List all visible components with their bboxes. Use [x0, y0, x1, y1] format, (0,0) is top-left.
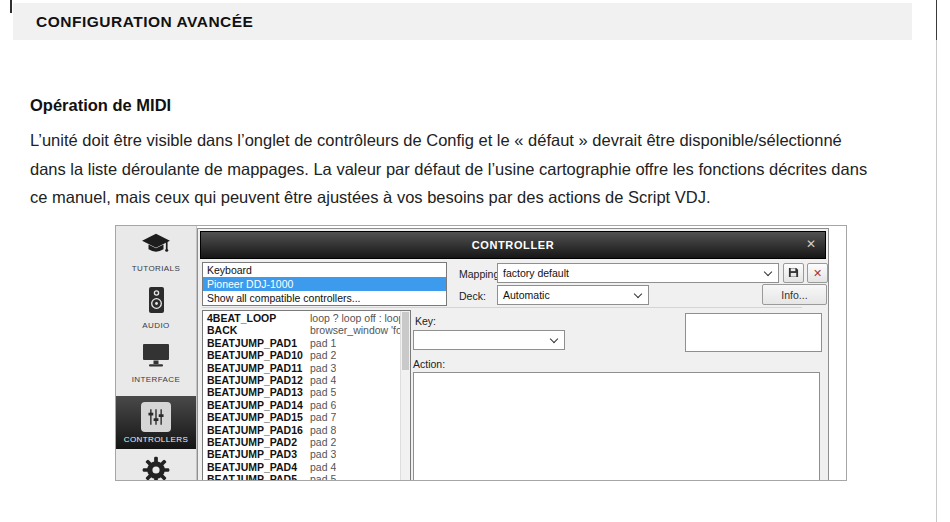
dialog-titlebar: CONTROLLER ✕: [200, 231, 826, 259]
sidebar-item-tutorials[interactable]: TUTORIALS: [116, 226, 196, 273]
mapping-label: Mapping:: [459, 268, 502, 280]
key-dropdown[interactable]: [413, 330, 565, 350]
page-title: CONFIGURATION AVANCÉE: [36, 13, 253, 31]
key-name: BEATJUMP_PAD3: [203, 448, 310, 460]
subsection-title: Opération de MIDI: [30, 96, 930, 115]
mapping-value: factory default: [498, 267, 765, 279]
sidebar-item-label: TUTORIALS: [132, 264, 180, 273]
paragraph-line: ce manuel, mais ceux qui peuvent être aj…: [30, 183, 930, 212]
delete-mapping-button[interactable]: ✕: [807, 263, 828, 283]
key-name: BEATJUMP_PAD1: [203, 337, 310, 349]
sidebar-item-label: CONTROLLERS: [124, 435, 188, 444]
page-right-border: [936, 0, 937, 522]
paragraph-line: dans la liste déroulante de mappages. La…: [30, 155, 930, 184]
section-header: CONFIGURATION AVANCÉE: [13, 3, 912, 40]
key-list: 4BEAT_LOOPloop ? loop off : loop 4BACKbr…: [202, 310, 411, 481]
page-left-border-mark: [10, 0, 12, 13]
divider: [202, 307, 802, 308]
key-action: browser_window 'folde: [310, 324, 401, 336]
key-row[interactable]: BEATJUMP_PAD5pad 5: [203, 473, 401, 481]
midi-monitor-box: [685, 313, 822, 352]
key-action: pad 7: [310, 411, 336, 423]
gear-icon: [140, 454, 172, 481]
key-action: pad 5: [310, 473, 336, 481]
deck-label: Deck:: [459, 290, 486, 302]
key-action: pad 2: [310, 349, 336, 361]
save-icon: [788, 264, 799, 282]
monitor-icon: [141, 343, 171, 372]
key-name: BEATJUMP_PAD2: [203, 436, 310, 448]
key-row[interactable]: BEATJUMP_PAD13pad 5: [203, 386, 401, 398]
config-screenshot: TUTORIALS AUDIO: [115, 225, 847, 481]
key-row[interactable]: BACKbrowser_window 'folde: [203, 324, 401, 336]
key-rows: 4BEAT_LOOPloop ? loop off : loop 4BACKbr…: [203, 312, 401, 481]
key-label: Key:: [415, 315, 436, 327]
scrollbar-thumb[interactable]: [402, 312, 409, 370]
sidebar-item-audio[interactable]: AUDIO: [116, 273, 196, 330]
config-sidebar: TUTORIALS AUDIO: [116, 226, 197, 480]
key-name: BEATJUMP_PAD11: [203, 362, 310, 374]
key-row[interactable]: 4BEAT_LOOPloop ? loop off : loop 4: [203, 312, 401, 324]
key-row[interactable]: BEATJUMP_PAD12pad 4: [203, 374, 401, 386]
key-name: BEATJUMP_PAD14: [203, 399, 310, 411]
paragraph-line: L’unité doit être visible dans l’onglet …: [30, 126, 930, 155]
info-button[interactable]: Info...: [762, 284, 827, 305]
chevron-down-icon: [764, 268, 772, 276]
key-row[interactable]: BEATJUMP_PAD4pad 4: [203, 461, 401, 473]
key-name: BEATJUMP_PAD13: [203, 386, 310, 398]
body-text: Opération de MIDI L’unité doit être visi…: [30, 96, 930, 212]
key-row[interactable]: BEATJUMP_PAD2pad 2: [203, 436, 401, 448]
deck-dropdown[interactable]: Automatic: [497, 285, 649, 305]
dialog-title: CONTROLLER: [472, 239, 554, 251]
red-x-icon: ✕: [813, 267, 822, 280]
mixer-sliders-icon: [141, 402, 171, 432]
key-row[interactable]: BEATJUMP_PAD1pad 1: [203, 337, 401, 349]
controller-option[interactable]: Pioneer DDJ-1000: [203, 277, 446, 291]
key-row[interactable]: BEATJUMP_PAD14pad 6: [203, 399, 401, 411]
key-action: pad 4: [310, 374, 336, 386]
key-action: pad 5: [310, 386, 336, 398]
action-label: Action:: [413, 358, 445, 370]
key-name: BEATJUMP_PAD15: [203, 411, 310, 423]
key-row[interactable]: BEATJUMP_PAD15pad 7: [203, 411, 401, 423]
key-action: pad 4: [310, 461, 336, 473]
save-mapping-button[interactable]: [783, 263, 804, 283]
key-row[interactable]: BEATJUMP_PAD3pad 3: [203, 448, 401, 460]
sidebar-item-controllers[interactable]: CONTROLLERS: [116, 396, 196, 449]
key-name: BEATJUMP_PAD10: [203, 349, 310, 361]
sidebar-item-options[interactable]: OPTIONS: [116, 449, 196, 481]
key-name: BEATJUMP_PAD4: [203, 461, 310, 473]
chevron-down-icon: [634, 290, 642, 298]
key-row[interactable]: BEATJUMP_PAD10pad 2: [203, 349, 401, 361]
key-action: pad 3: [310, 448, 336, 460]
key-action: pad 6: [310, 399, 336, 411]
key-action: pad 1: [310, 337, 336, 349]
speaker-icon: [144, 286, 168, 318]
sidebar-item-interface[interactable]: INTERFACE: [116, 330, 196, 384]
key-name: BEATJUMP_PAD12: [203, 374, 310, 386]
sidebar-item-label: INTERFACE: [132, 375, 181, 384]
mapping-dropdown[interactable]: factory default: [497, 263, 779, 283]
key-name: BEATJUMP_PAD16: [203, 424, 310, 436]
graduation-cap-icon: [141, 233, 171, 261]
key-action: pad 2: [310, 436, 336, 448]
scrollbar-thumb[interactable]: [936, 0, 937, 40]
controller-dialog: CONTROLLER ✕ KeyboardPioneer DDJ-1000Sho…: [197, 228, 829, 481]
key-action: pad 3: [310, 362, 336, 374]
deck-value: Automatic: [498, 289, 635, 301]
controller-option[interactable]: Show all compatible controllers...: [203, 291, 446, 305]
sidebar-item-label: AUDIO: [142, 321, 169, 330]
controller-list: KeyboardPioneer DDJ-1000Show all compati…: [202, 262, 447, 306]
key-row[interactable]: BEATJUMP_PAD16pad 8: [203, 424, 401, 436]
key-action: pad 8: [310, 424, 336, 436]
action-textarea[interactable]: [413, 372, 820, 481]
key-action: loop ? loop off : loop 4: [310, 312, 401, 324]
chevron-down-icon: [550, 335, 558, 343]
key-name: BEATJUMP_PAD5: [203, 473, 310, 481]
key-list-scrollbar[interactable]: [400, 311, 410, 481]
key-name: BACK: [203, 324, 310, 336]
close-icon[interactable]: ✕: [806, 237, 816, 251]
key-row[interactable]: BEATJUMP_PAD11pad 3: [203, 362, 401, 374]
key-name: 4BEAT_LOOP: [203, 312, 310, 324]
controller-option[interactable]: Keyboard: [203, 263, 446, 277]
